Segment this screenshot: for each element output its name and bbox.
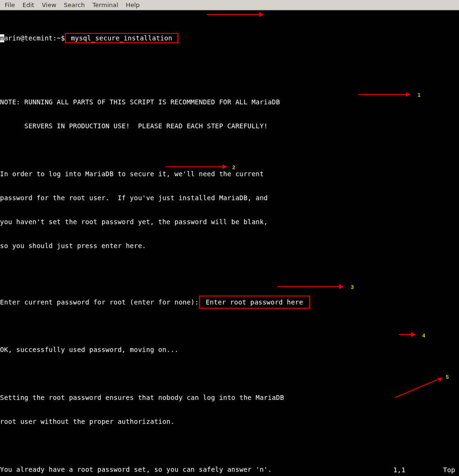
- arrow-4: [399, 334, 415, 335]
- menu-terminal[interactable]: Terminal: [89, 1, 121, 9]
- ok-line: OK, successfully used password, moving o…: [0, 346, 459, 354]
- enter-root-password-box: Enter root password here: [199, 296, 310, 309]
- menu-view[interactable]: View: [39, 1, 59, 9]
- intro2: password for the root user. If you've ju…: [0, 194, 459, 202]
- prompt-dollar: $: [61, 34, 65, 42]
- status-pos: 1,1: [393, 466, 405, 474]
- enter-password-line: Enter current password for root (enter f…: [0, 298, 459, 306]
- blank: [0, 266, 459, 274]
- intro3: you haven't set the root password yet, t…: [0, 218, 459, 226]
- annotation-4: 4: [422, 332, 425, 340]
- menubar: File Edit View Search Terminal Help: [0, 0, 459, 10]
- annotation-1: 1: [418, 91, 420, 99]
- note-line2: SERVERS IN PRODUCTION USE! PLEASE READ E…: [0, 122, 459, 130]
- setroot2: root user without the proper authorizati…: [0, 418, 459, 426]
- terminal-area[interactable]: marin@tecmint:~$ mysql_secure_installati…: [0, 10, 459, 476]
- menu-help[interactable]: Help: [123, 1, 142, 9]
- blank: [0, 370, 459, 378]
- annotation-3: 3: [351, 283, 354, 291]
- arrow-command: [207, 14, 263, 15]
- menu-search[interactable]: Search: [61, 1, 88, 9]
- arrow-2: [166, 166, 227, 167]
- blank: [0, 146, 459, 154]
- intro4: so you should just press enter here.: [0, 242, 459, 250]
- annotation-2: 2: [232, 164, 235, 172]
- blank: [0, 442, 459, 450]
- arrow-1: [358, 94, 410, 95]
- note-line1: NOTE: RUNNING ALL PARTS OF THIS SCRIPT I…: [0, 98, 459, 106]
- setroot1: Setting the root password ensures that n…: [0, 394, 459, 402]
- prompt-userhost: arin@tecmint:~: [4, 34, 61, 42]
- blank: [0, 74, 459, 82]
- status-bar: 1,1 Top: [4, 466, 455, 474]
- annotation-5: 5: [446, 373, 449, 381]
- svg-marker-1: [437, 378, 442, 382]
- command-box: mysql_secure_installation: [65, 33, 178, 43]
- status-loc: Top: [443, 466, 455, 474]
- menu-edit[interactable]: Edit: [20, 1, 37, 9]
- arrow-3: [277, 286, 343, 287]
- menu-file[interactable]: File: [2, 1, 18, 9]
- intro1: In order to log into MariaDB to secure i…: [0, 170, 459, 178]
- cursor: m: [0, 34, 4, 42]
- prompt-line: marin@tecmint:~$ mysql_secure_installati…: [0, 34, 459, 42]
